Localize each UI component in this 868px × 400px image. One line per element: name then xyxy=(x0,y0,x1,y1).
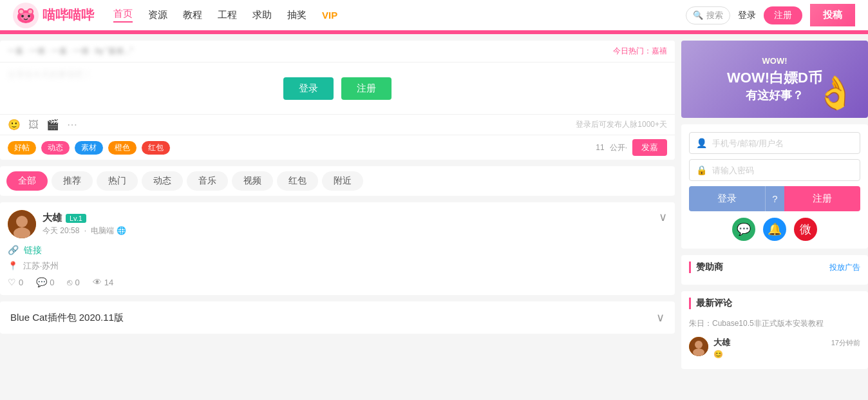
phone-field[interactable]: 👤 xyxy=(689,132,860,154)
svg-point-8 xyxy=(28,15,30,17)
notification-login-btn[interactable]: 🔔 xyxy=(763,218,786,241)
tab-recommend[interactable]: 推荐 xyxy=(52,171,93,191)
nav-resources[interactable]: 资源 xyxy=(148,9,167,21)
comment-name-row: 大雄 17分钟前 xyxy=(713,337,860,348)
svg-point-4 xyxy=(19,10,23,14)
sponsor-section: 赞助商 投放广告 xyxy=(681,255,868,285)
tab-redpacket[interactable]: 红包 xyxy=(277,171,318,191)
comment-emoji-icon: 😊 xyxy=(713,350,723,359)
stat-shares[interactable]: ⎋ 0 xyxy=(67,277,79,287)
nav-home[interactable]: 首页 xyxy=(113,8,133,23)
location-icon: 📍 xyxy=(8,261,18,271)
avatar xyxy=(8,210,36,238)
post-actions-left: 🙂 🖼 🎬 ⋯ xyxy=(8,119,77,131)
logo[interactable]: 喵哔喵哔 xyxy=(13,3,94,28)
right-sidebar: WOW! WOW!白嫖D币 有这好事？ 👌 👤 🔒 登录 ? 注册 xyxy=(681,41,868,369)
phone-input[interactable] xyxy=(712,138,853,148)
more-icon[interactable]: ⋯ xyxy=(67,119,77,131)
post-meta-text: 一嘉 · 一禧 · 一嘉 · 一禧 · by "嘉禧..." xyxy=(8,46,133,57)
tag-material[interactable]: 素材 xyxy=(75,141,103,155)
composer-register-btn[interactable]: 注册 xyxy=(341,77,392,100)
comments-header: 最新评论 xyxy=(689,298,860,309)
image-icon[interactable]: 🖼 xyxy=(28,119,39,131)
tab-hot[interactable]: 热门 xyxy=(97,171,138,191)
view-icon: 👁 xyxy=(93,277,102,287)
stat-likes[interactable]: ♡ 0 xyxy=(8,277,23,287)
post-stats: ♡ 0 💬 0 ⎋ 0 👁 14 xyxy=(8,277,667,287)
form-buttons: 登录 ? 注册 xyxy=(689,186,860,211)
send-btn[interactable]: 发嘉 xyxy=(632,139,667,156)
sponsor-link[interactable]: 投放广告 xyxy=(829,262,860,273)
wechat-login-btn[interactable]: 💬 xyxy=(732,218,755,241)
svg-point-14 xyxy=(693,348,704,356)
post-composer: 一嘉 · 一禧 · 一嘉 · 一禧 · by "嘉禧..." 今日热门：嘉禧 分… xyxy=(0,41,675,160)
question-btn[interactable]: ? xyxy=(765,186,784,211)
post-card-1: 大雄 Lv.1 今天 20:58 · 电脑端 🌐 ∨ 🔗 链 xyxy=(0,202,675,295)
nav-projects[interactable]: 工程 xyxy=(218,9,237,21)
shares-count: 0 xyxy=(75,278,79,287)
login-form-btn[interactable]: 登录 xyxy=(689,186,765,211)
search-icon: 🔍 xyxy=(693,10,703,20)
post-card2-title: Blue Cat插件包 2020.11版 xyxy=(10,312,124,324)
post-button[interactable]: 投稿 xyxy=(810,4,855,26)
social-login: 💬 🔔 微 xyxy=(689,218,860,241)
composer-login-btn[interactable]: 登录 xyxy=(283,77,334,100)
hot-label: 今日热门：嘉禧 xyxy=(613,46,667,57)
tag-good-post[interactable]: 好帖 xyxy=(8,141,36,155)
tab-dynamic[interactable]: 动态 xyxy=(142,171,183,191)
tag-red-packet[interactable]: 红包 xyxy=(142,141,170,155)
tab-music[interactable]: 音乐 xyxy=(187,171,228,191)
comments-section: 最新评论 朱日：Cubase10.5非正式版本安装教程 大雄 17分钟前 xyxy=(681,291,868,369)
weibo-login-btn[interactable]: 微 xyxy=(794,218,817,241)
login-button[interactable]: 登录 xyxy=(738,10,756,21)
logo-icon xyxy=(13,3,39,28)
tag-dynamic[interactable]: 动态 xyxy=(41,141,70,155)
link-icon: 🔗 xyxy=(8,245,19,255)
user-meta: 今天 20:58 · 电脑端 🌐 xyxy=(42,225,126,236)
register-form-btn[interactable]: 注册 xyxy=(784,186,860,211)
stat-comments[interactable]: 💬 0 xyxy=(36,277,54,287)
tab-video[interactable]: 视频 xyxy=(232,171,273,191)
svg-point-7 xyxy=(21,15,24,17)
password-input[interactable] xyxy=(712,166,853,175)
emoji-icon[interactable]: 🙂 xyxy=(8,119,21,131)
stat-views: 👁 14 xyxy=(93,277,113,287)
expand-icon-2[interactable]: ∨ xyxy=(656,310,665,325)
post-box-top: 一嘉 · 一禧 · 一嘉 · 一禧 · by "嘉禧..." 今日热门：嘉禧 xyxy=(0,41,675,62)
search-area[interactable]: 🔍 搜索 xyxy=(686,6,730,24)
sponsor-header: 赞助商 投放广告 xyxy=(689,262,860,273)
ad-banner[interactable]: WOW! WOW!白嫖D币 有这好事？ 👌 xyxy=(681,41,868,118)
public-badge: 公开· xyxy=(610,142,627,153)
nav-lottery[interactable]: 抽奖 xyxy=(287,9,307,21)
nav-vip[interactable]: VIP xyxy=(322,10,337,21)
comment-body: 大雄 17分钟前 😊 xyxy=(713,337,860,359)
user-info: 大雄 Lv.1 今天 20:58 · 电脑端 🌐 xyxy=(42,212,126,236)
post-tags: 好帖 动态 素材 橙色 红包 11 公开· 发嘉 xyxy=(0,135,675,160)
like-icon: ♡ xyxy=(8,277,16,287)
header: 喵哔喵哔 首页 资源 教程 工程 求助 抽奖 VIP 🔍 搜索 登录 注册 投稿 xyxy=(0,0,868,32)
tab-all[interactable]: 全部 xyxy=(6,171,48,191)
svg-point-10 xyxy=(16,216,28,227)
tag-orange[interactable]: 橙色 xyxy=(108,141,137,155)
comment-avatar xyxy=(689,337,708,356)
share-icon: ⎋ xyxy=(67,277,72,287)
svg-point-5 xyxy=(28,10,32,14)
location-text: 江苏·苏州 xyxy=(23,261,59,271)
comment-preview: 朱日：Cubase10.5非正式版本安装教程 xyxy=(689,314,860,333)
expand-icon[interactable]: ∨ xyxy=(659,210,667,224)
sponsor-title: 赞助商 xyxy=(689,262,723,273)
video-icon[interactable]: 🎬 xyxy=(46,119,59,131)
password-field[interactable]: 🔒 xyxy=(689,159,860,181)
tab-nearby[interactable]: 附近 xyxy=(322,171,363,191)
comment-item: 大雄 17分钟前 😊 xyxy=(689,333,860,363)
tag-num: 11 xyxy=(596,143,604,152)
register-header-button[interactable]: 注册 xyxy=(764,6,802,24)
nav-tutorials[interactable]: 教程 xyxy=(183,9,202,21)
post-card-2: Blue Cat插件包 2020.11版 ∨ xyxy=(0,301,675,334)
main-nav: 首页 资源 教程 工程 求助 抽奖 VIP xyxy=(113,8,686,23)
post-link[interactable]: 🔗 链接 xyxy=(8,245,667,256)
login-form: 👤 🔒 登录 ? 注册 💬 🔔 微 xyxy=(681,124,868,249)
nav-help[interactable]: 求助 xyxy=(252,9,272,21)
comment-emoji: 😊 xyxy=(713,350,860,359)
weibo-icon: 微 xyxy=(800,222,811,237)
